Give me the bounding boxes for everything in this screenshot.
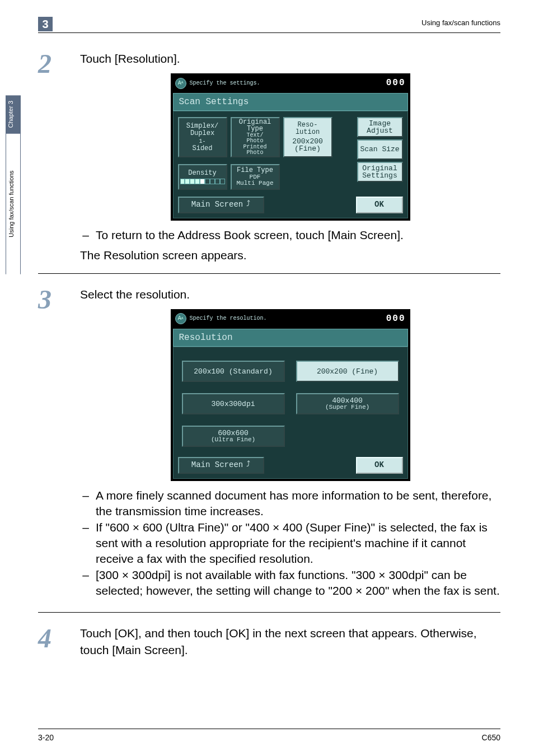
t: Main Screen [191,199,243,211]
t: 200x200 [292,138,323,146]
res-600x600-button[interactable]: 600x600 (Ultra Fine) [182,426,285,447]
step-3-note-1: A more finely scanned document has more … [96,488,500,520]
return-icon: ⤴ [246,459,250,470]
t: (Super Fine) [325,404,369,410]
t: Image Adjust [359,120,401,135]
step-2-note-2: The Resolution screen appears. [80,247,500,263]
t: lution [296,129,320,136]
res-300x300-button[interactable]: 300x300dpi [182,393,285,414]
status-icon: AA [175,78,186,89]
res-200x100-button[interactable]: 200x100 (Standard) [182,361,285,382]
counter: 000 [386,77,406,89]
counter: 000 [386,312,406,325]
density-indicator [180,179,225,184]
header-title: Using fax/scan functions [421,18,500,27]
model-number: C650 [482,733,500,742]
t: Multi Page [236,180,273,187]
step-number-4: 4 [38,625,66,658]
t: Type [247,125,263,133]
image-adjust-tab[interactable]: Image Adjust [357,117,403,137]
step-4-text: Touch [OK], and then touch [OK] in the n… [80,625,500,658]
topbar-message: Specify the resolution. [190,315,383,323]
screen-title-band: Resolution [173,329,408,347]
device-screen-resolution: AA Specify the resolution. 000 Resolutio… [171,309,410,481]
header-rule [38,32,500,33]
resolution-button[interactable]: Reso- lution 200x200 (Fine) [283,117,332,157]
step-2-note-1: To return to the Address Book screen, to… [96,227,404,243]
topbar-message: Specify the settings. [190,80,383,87]
main-screen-button[interactable]: Main Screen ⤴ [178,197,264,213]
separator-2 [38,612,500,613]
original-type-button[interactable]: Original Type Text/ Photo Printed Photo [231,117,280,157]
ok-button[interactable]: OK [356,457,403,474]
footer-rule [38,729,500,729]
step-number-2: 2 [38,50,66,263]
t: Duplex [190,130,214,137]
t: Original Settings [359,165,401,180]
step-3-title: Select the resolution. [80,286,500,302]
separator-1 [38,273,500,274]
t: Density [188,170,216,177]
side-tab: Chapter 3 Using fax/scan functions [6,95,21,274]
t: Photo [246,150,263,156]
simplex-duplex-button[interactable]: Simplex/ Duplex 1- Sided [178,117,227,157]
file-type-button[interactable]: File Type PDF Multi Page [231,164,280,190]
t: Sided [192,145,212,152]
t: (Ultra Fine) [211,437,255,443]
main-screen-button[interactable]: Main Screen ⤴ [178,457,264,474]
chapter-mark: 3 [38,17,53,31]
t: Scan Size [360,146,399,153]
screen-title-band: Scan Settings [173,93,408,111]
res-200x200-button[interactable]: 200x200 (Fine) [296,361,399,382]
ok-button[interactable]: OK [356,197,403,213]
step-number-3: 3 [38,286,66,603]
status-icon: AA [175,313,186,324]
original-settings-tab[interactable]: Original Settings [357,162,403,182]
side-tab-title: Using fax/scan functions [6,133,21,274]
side-tab-chapter: Chapter 3 [6,95,21,133]
t: (Fine) [294,145,321,153]
t: Main Screen [191,460,243,471]
step-2-title: Touch [Resolution]. [80,50,500,67]
step-3-note-3: [300 × 300dpi] is not available with fax… [96,567,500,599]
t: 200x100 (Standard) [194,368,272,375]
device-screen-scan-settings: AA Specify the settings. 000 Scan Settin… [171,73,410,221]
page-number: 3-20 [38,733,54,742]
t: 200x200 (Fine) [317,368,378,375]
return-icon: ⤴ [246,199,250,210]
t: Simplex/ [186,123,219,130]
t: 300x300dpi [211,400,255,408]
step-3-note-2: If "600 × 600 (Ultra Fine)" or "400 × 40… [96,520,500,567]
scan-size-tab[interactable]: Scan Size [357,139,403,160]
density-button[interactable]: Density [178,164,227,190]
res-400x400-button[interactable]: 400x400 (Super Fine) [296,393,399,414]
